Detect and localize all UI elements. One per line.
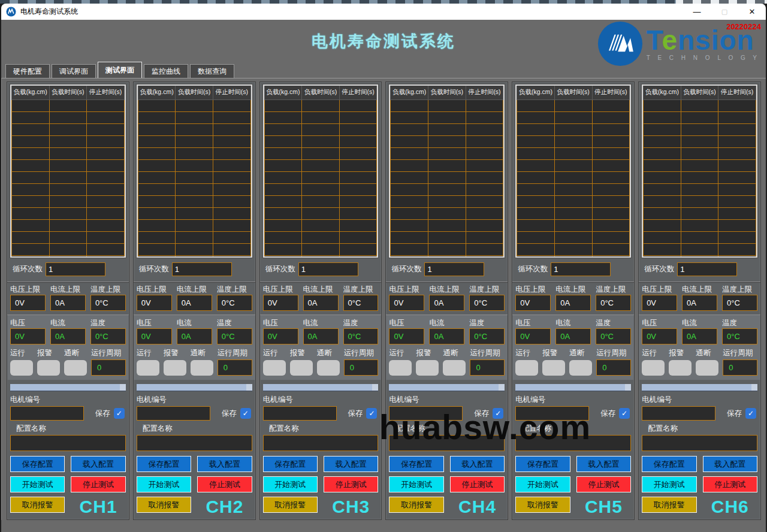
maximize-button[interactable]: ▢ [711, 4, 738, 20]
load-profile-table[interactable]: 负载(kg.cm) 负载时间(s) 停止时间(s) [389, 84, 505, 258]
table-cell[interactable] [302, 123, 340, 135]
table-cell[interactable] [213, 135, 251, 147]
table-cell[interactable] [12, 243, 50, 255]
table-cell[interactable] [176, 99, 213, 111]
table-cell[interactable] [302, 99, 340, 111]
table-cell[interactable] [592, 147, 630, 159]
table-cell[interactable] [87, 219, 125, 231]
table-cell[interactable] [554, 195, 592, 207]
cycle-count-input[interactable] [551, 262, 611, 276]
table-cell[interactable] [49, 231, 87, 243]
table-cell[interactable] [264, 159, 302, 171]
table-cell[interactable] [12, 171, 50, 183]
table-cell[interactable] [517, 243, 555, 255]
table-cell[interactable] [554, 99, 592, 111]
table-cell[interactable] [554, 111, 592, 123]
table-cell[interactable] [554, 159, 592, 171]
temp-limit-value[interactable]: 0°C [217, 295, 252, 311]
table-cell[interactable] [264, 243, 302, 255]
table-cell[interactable] [466, 243, 503, 255]
table-cell[interactable] [12, 255, 50, 258]
table-cell[interactable] [302, 195, 340, 207]
table-cell[interactable] [49, 99, 87, 111]
table-cell[interactable] [213, 147, 251, 159]
table-cell[interactable] [428, 111, 466, 123]
table-cell[interactable] [592, 99, 630, 111]
table-cell[interactable] [718, 207, 756, 219]
table-cell[interactable] [264, 135, 302, 147]
table-cell[interactable] [49, 195, 87, 207]
table-cell[interactable] [681, 99, 718, 111]
voltage-limit-value[interactable]: 0V [515, 295, 551, 311]
table-cell[interactable] [391, 207, 428, 219]
start-test-button[interactable]: 开始测试 [10, 476, 65, 492]
table-cell[interactable] [176, 207, 213, 219]
table-cell[interactable] [592, 171, 630, 183]
table-cell[interactable] [466, 231, 503, 243]
save-checkbox[interactable]: ✓ [619, 408, 630, 419]
load-profile-table[interactable]: 负载(kg.cm) 负载时间(s) 停止时间(s) [642, 84, 757, 258]
table-cell[interactable] [12, 147, 50, 159]
table-cell[interactable] [12, 111, 50, 123]
table-cell[interactable] [49, 219, 87, 231]
table-cell[interactable] [517, 183, 555, 195]
current-limit-value[interactable]: 0A [50, 295, 86, 311]
table-cell[interactable] [517, 207, 555, 219]
save-config-button[interactable]: 保存配置 [642, 456, 696, 472]
table-cell[interactable] [644, 243, 681, 255]
save-checkbox[interactable]: ✓ [240, 408, 251, 419]
table-cell[interactable] [213, 219, 251, 231]
table-cell[interactable] [428, 231, 466, 243]
table-cell[interactable] [466, 207, 503, 219]
table-cell[interactable] [87, 147, 125, 159]
table-cell[interactable] [592, 183, 630, 195]
cycle-count-input[interactable] [677, 262, 737, 276]
table-cell[interactable] [391, 183, 428, 195]
load-config-button[interactable]: 载入配置 [703, 456, 757, 472]
cancel-alarm-button[interactable]: 取消报警 [263, 497, 318, 513]
table-cell[interactable] [466, 99, 503, 111]
table-cell[interactable] [49, 183, 87, 195]
table-cell[interactable] [213, 123, 251, 135]
load-profile-table[interactable]: 负载(kg.cm) 负载时间(s) 停止时间(s) [263, 84, 379, 258]
table-cell[interactable] [644, 183, 681, 195]
table-cell[interactable] [302, 243, 340, 255]
table-cell[interactable] [138, 243, 176, 255]
table-cell[interactable] [264, 255, 302, 258]
table-cell[interactable] [554, 183, 592, 195]
table-cell[interactable] [517, 231, 555, 243]
table-cell[interactable] [339, 195, 377, 207]
table-cell[interactable] [213, 99, 251, 111]
table-cell[interactable] [87, 243, 125, 255]
table-cell[interactable] [49, 147, 87, 159]
config-name-input[interactable] [263, 435, 379, 451]
table-cell[interactable] [302, 183, 340, 195]
load-config-button[interactable]: 载入配置 [450, 456, 505, 472]
voltage-limit-value[interactable]: 0V [10, 295, 46, 311]
cancel-alarm-button[interactable]: 取消报警 [10, 497, 65, 513]
load-profile-table[interactable]: 负载(kg.cm) 负载时间(s) 停止时间(s) [10, 84, 126, 258]
table-cell[interactable] [339, 99, 377, 111]
table-cell[interactable] [681, 111, 718, 123]
table-cell[interactable] [138, 99, 176, 111]
table-cell[interactable] [718, 123, 756, 135]
table-cell[interactable] [12, 183, 50, 195]
save-checkbox[interactable]: ✓ [493, 408, 503, 419]
save-checkbox[interactable]: ✓ [366, 408, 377, 419]
table-cell[interactable] [391, 255, 428, 258]
stop-test-button[interactable]: 停止测试 [324, 476, 378, 492]
table-cell[interactable] [12, 135, 50, 147]
save-checkbox[interactable]: ✓ [745, 408, 756, 419]
motor-id-input[interactable] [10, 406, 84, 421]
table-cell[interactable] [87, 231, 125, 243]
table-cell[interactable] [517, 255, 555, 258]
table-cell[interactable] [517, 159, 555, 171]
table-cell[interactable] [644, 195, 681, 207]
table-cell[interactable] [391, 123, 428, 135]
table-cell[interactable] [554, 231, 592, 243]
table-cell[interactable] [718, 195, 756, 207]
cancel-alarm-button[interactable]: 取消报警 [515, 497, 570, 513]
table-cell[interactable] [339, 123, 377, 135]
table-cell[interactable] [213, 255, 251, 258]
table-cell[interactable] [718, 111, 756, 123]
